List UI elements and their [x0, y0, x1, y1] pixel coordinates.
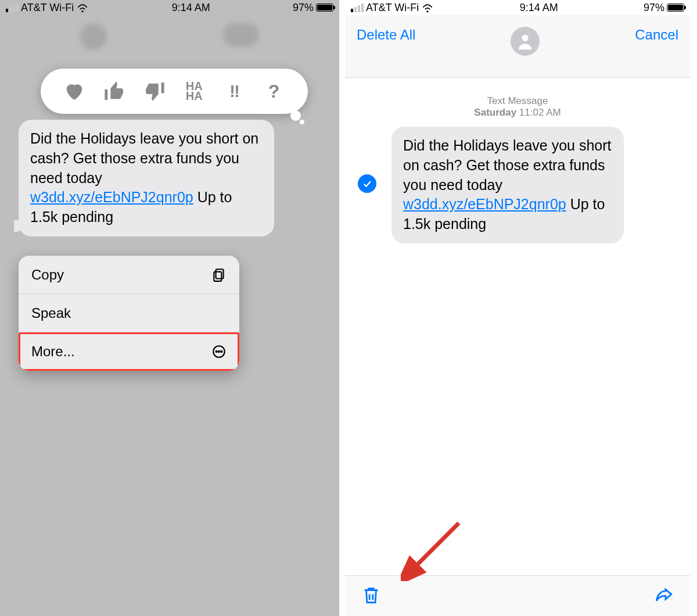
svg-rect-0 [216, 269, 224, 278]
heart-icon[interactable] [63, 80, 86, 103]
haha-icon[interactable]: HAHA [182, 80, 206, 103]
svg-line-7 [412, 523, 459, 570]
thread-timestamp: Text Message Saturday 11:02 AM [345, 95, 690, 119]
thumbs-down-icon[interactable] [143, 80, 166, 103]
exclaim-icon[interactable]: !! [222, 80, 246, 103]
svg-rect-1 [214, 271, 221, 281]
copy-icon [211, 267, 227, 282]
message-link[interactable]: w3dd.xyz/eEbNPJ2qnr0p [30, 189, 193, 205]
message-text-pre: Did the Holidays leave you short on cash… [30, 130, 258, 186]
thread-day: Saturday [474, 107, 516, 118]
carrier-label: AT&T Wi-Fi [366, 2, 419, 14]
phone-left: AT&T Wi-Fi 9:14 AM 97% HAHA !! ? Did the… [0, 0, 345, 616]
tapback-container: HAHA !! ? [41, 69, 308, 114]
tapback-bar: HAHA !! ? [41, 69, 308, 114]
message-bubble[interactable]: Did the Holidays leave you short on cash… [19, 120, 274, 237]
blurred-header [0, 15, 339, 62]
thread-label: Text Message [345, 95, 690, 107]
blurred-back-button [80, 23, 107, 50]
battery-pct-label: 97% [293, 2, 314, 14]
phone-right: AT&T Wi-Fi 9:14 AM 97% Delete All Cancel… [345, 0, 690, 616]
menu-copy-label: Copy [31, 267, 64, 283]
trash-icon [361, 585, 381, 605]
menu-copy[interactable]: Copy [19, 256, 239, 294]
status-bar: AT&T Wi-Fi 9:14 AM 97% [0, 0, 339, 15]
status-bar: AT&T Wi-Fi 9:14 AM 97% [345, 0, 690, 15]
wifi-icon [76, 3, 89, 12]
more-icon [211, 344, 227, 359]
svg-point-4 [218, 351, 220, 352]
question-icon[interactable]: ? [263, 80, 286, 103]
wifi-icon [421, 3, 434, 12]
svg-point-6 [522, 35, 529, 41]
carrier-label: AT&T Wi-Fi [21, 2, 74, 14]
cancel-button[interactable]: Cancel [635, 27, 678, 43]
blurred-avatar [223, 23, 259, 46]
clock-label: 9:14 AM [172, 2, 210, 14]
message-bubble[interactable]: Did the Holidays leave you short on cash… [391, 127, 624, 243]
menu-speak[interactable]: Speak [19, 294, 239, 332]
select-checkbox[interactable] [358, 174, 376, 193]
trash-button[interactable] [361, 585, 381, 607]
message-text-pre: Did the Holidays leave you short on cash… [403, 137, 612, 193]
edit-header: Delete All Cancel [345, 15, 690, 78]
svg-point-5 [221, 351, 222, 352]
thumbs-up-icon[interactable] [103, 80, 126, 103]
signal-icon [351, 3, 364, 12]
edit-toolbar [345, 575, 690, 616]
battery-icon [316, 3, 333, 12]
menu-more-label: More... [31, 343, 75, 360]
thread-time: 11:02 AM [519, 107, 561, 118]
battery-icon [667, 3, 684, 12]
signal-icon [6, 3, 19, 12]
svg-point-3 [216, 351, 217, 352]
clock-label: 9:14 AM [520, 2, 558, 14]
menu-more[interactable]: More... [19, 332, 239, 371]
forward-button[interactable] [654, 585, 674, 607]
menu-speak-label: Speak [31, 305, 71, 321]
avatar-icon[interactable] [511, 27, 540, 56]
context-menu: Copy Speak More... [19, 256, 239, 371]
message-link[interactable]: w3dd.xyz/eEbNPJ2qnr0p [403, 196, 566, 212]
annotation-arrow [401, 517, 465, 581]
delete-all-button[interactable]: Delete All [357, 27, 415, 43]
share-icon [654, 585, 674, 605]
battery-pct-label: 97% [644, 2, 664, 14]
